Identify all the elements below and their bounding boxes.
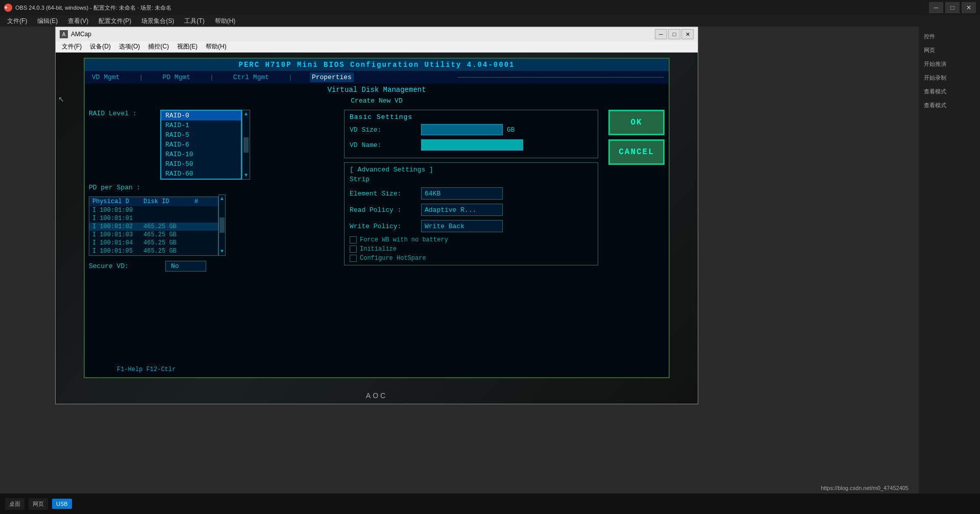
amcap-menu-device[interactable]: 设备(D): [86, 41, 115, 52]
checkbox-force-wb-label: Force WB with no battery: [360, 236, 448, 243]
row3-size: 465.25 GB: [143, 231, 205, 238]
amcap-menu-view[interactable]: 视图(E): [173, 41, 202, 52]
monitor-brand-label: AOC: [84, 391, 670, 400]
obs-minimize-btn[interactable]: ─: [929, 2, 943, 13]
raid-option-10[interactable]: RAID-10: [161, 150, 241, 159]
obs-menu-tools[interactable]: 工具(T): [179, 16, 209, 27]
amcap-minimize-btn[interactable]: ─: [655, 29, 667, 39]
element-size-select[interactable]: 64KB: [421, 187, 503, 200]
read-policy-select[interactable]: Adaptive R...: [421, 204, 503, 216]
amcap-close-btn[interactable]: ✕: [681, 29, 694, 39]
pd-table-wrapper: Physical D Disk ID # I 100:01:00 I 100:: [89, 194, 339, 256]
checkbox-initialize: Initialize: [350, 246, 593, 253]
nav-tab-ctrl-mgmt[interactable]: Ctrl Mgmt: [231, 72, 271, 82]
pd-span-label: PD per Span :: [89, 184, 155, 191]
taskbar-web[interactable]: 网页: [29, 498, 48, 510]
table-row-0[interactable]: I 100:01:00: [89, 206, 218, 214]
secure-vd-dropdown[interactable]: No: [165, 261, 206, 272]
obs-menu-edit[interactable]: 编辑(E): [32, 16, 63, 27]
obs-menu-file[interactable]: 文件(F): [2, 16, 32, 27]
raid-option-1[interactable]: RAID-1: [161, 120, 241, 130]
raid-option-60[interactable]: RAID-60: [161, 169, 241, 179]
obs-close-btn[interactable]: ✕: [962, 2, 976, 13]
element-size-label: Element Size:: [350, 190, 421, 198]
amcap-maximize-btn[interactable]: □: [668, 29, 680, 39]
right-panel-view-mode2[interactable]: 查看模式: [921, 100, 978, 111]
cancel-button[interactable]: CANCEL: [608, 139, 665, 165]
taskbar-desktop[interactable]: 桌面: [5, 498, 24, 510]
element-size-value: 64KB: [425, 190, 440, 198]
amcap-menu-capture[interactable]: 捕控(C): [144, 41, 173, 52]
obs-menu-help[interactable]: 帮助(H): [210, 16, 241, 27]
nav-tab-pd-mgmt[interactable]: PD Mgmt: [160, 72, 192, 82]
table-scroll-thumb: [219, 217, 225, 233]
raid-option-6[interactable]: RAID-6: [161, 140, 241, 150]
basic-settings-title: Basic Settings: [350, 113, 593, 121]
vd-name-input[interactable]: [421, 139, 523, 151]
checkbox-initialize-box[interactable]: [350, 246, 357, 253]
amcap-menu-help[interactable]: 帮助(H): [202, 41, 231, 52]
obs-window-controls: ─ □ ✕: [929, 2, 976, 13]
table-scroll-up: ▲: [219, 195, 225, 203]
vd-mgmt-title: Virtual Disk Management: [85, 84, 669, 96]
vd-name-row: VD Name:: [350, 139, 593, 151]
raid-option-5[interactable]: RAID-5: [161, 130, 241, 140]
right-panel-controls[interactable]: 控件: [921, 31, 978, 42]
checkbox-hotspare-box[interactable]: [350, 255, 357, 262]
table-scrollbar: ▲ ▼: [218, 194, 226, 256]
bottom-url: https://blog.csdn.net/m0_47452405: [821, 485, 909, 491]
raid-option-50[interactable]: RAID-50: [161, 159, 241, 169]
write-policy-select[interactable]: Write Back: [421, 220, 503, 232]
adv-settings-box: [ Advanced Settings ] Strip Element Size…: [344, 162, 598, 265]
table-row-3[interactable]: I 100:01:03 465.25 GB: [89, 231, 218, 239]
right-panel-view-mode1[interactable]: 查看模式: [921, 86, 978, 97]
obs-menu-scenes[interactable]: 场景集合(S): [136, 16, 179, 27]
adv-settings-title: [ Advanced Settings ]: [350, 166, 593, 174]
checkbox-force-wb-box[interactable]: [350, 236, 357, 243]
strip-label: Strip: [350, 176, 421, 183]
right-panel: 控件 网页 开始推演 开始录制 查看模式 查看模式: [919, 27, 980, 514]
raid-dropdown[interactable]: RAID-0 RAID-1 RAID-5 RAID-6 RAID-10 RAID…: [160, 110, 242, 180]
table-row-1[interactable]: I 100:01:01: [89, 214, 218, 223]
pd-table-header: Physical D Disk ID #: [89, 197, 218, 206]
table-row-2[interactable]: I 100:01:02 465.25 GB: [89, 223, 218, 231]
vd-size-row: VD Size: GB: [350, 124, 593, 135]
vd-size-input[interactable]: [421, 124, 503, 135]
main-content: RAID Level : RAID-0 RAID-1 RAID-5 RAID-6…: [85, 106, 669, 363]
obs-maximize-btn[interactable]: □: [945, 2, 960, 13]
nav-tab-divider3: |: [286, 72, 295, 82]
right-panel-start-record[interactable]: 开始录制: [921, 72, 978, 84]
row1-size: [143, 215, 205, 222]
scroll-thumb: [243, 137, 249, 153]
nav-line: ────────────────────────────────────────…: [458, 74, 664, 81]
right-panel-start-preview[interactable]: 开始推演: [921, 58, 978, 70]
mouse-cursor-icon: ↖: [58, 92, 64, 105]
read-policy-value: Adaptive R...: [425, 206, 476, 214]
amcap-icon: A: [60, 30, 68, 38]
nav-tab-properties[interactable]: Properties: [310, 72, 354, 82]
table-row-4[interactable]: I 100:01:04 465.25 GB: [89, 239, 218, 247]
amcap-menu-file[interactable]: 文件(F): [58, 41, 86, 52]
row0-size: [143, 207, 205, 214]
nav-tabs: VD Mgmt | PD Mgmt | Ctrl Mgmt | Properti…: [85, 71, 669, 84]
ok-button[interactable]: OK: [608, 110, 665, 135]
secure-vd-row: Secure VD: No: [89, 261, 339, 272]
checkbox-initialize-label: Initialize: [360, 246, 397, 253]
right-panel-web[interactable]: 网页: [921, 44, 978, 56]
taskbar-usb[interactable]: USB: [52, 499, 72, 509]
row2-size: 465.25 GB: [143, 223, 205, 230]
read-policy-row: Read Policy : Adaptive R...: [350, 204, 593, 216]
table-row-5[interactable]: I 100:01:05 465.25 GB: [89, 247, 218, 255]
scroll-thumb-area: [242, 118, 250, 172]
amcap-menubar: 文件(F) 设备(D) 选项(O) 捕控(C) 视图(E) 帮助(H): [56, 41, 698, 53]
col-disk-id-header: Disk ID: [143, 198, 194, 205]
raid-level-label: RAID Level :: [89, 110, 155, 117]
obs-menu-view[interactable]: 查看(V): [63, 16, 93, 27]
raid-option-0[interactable]: RAID-0: [161, 111, 241, 120]
left-panel: RAID Level : RAID-0 RAID-1 RAID-5 RAID-6…: [89, 110, 339, 359]
table-scroll-down: ▼: [219, 248, 225, 255]
obs-menu-profile[interactable]: 配置文件(P): [93, 16, 136, 27]
amcap-menu-options[interactable]: 选项(O): [115, 41, 144, 52]
nav-tab-vd-mgmt[interactable]: VD Mgmt: [90, 72, 122, 82]
pd-table: Physical D Disk ID # I 100:01:00 I 100:: [89, 197, 218, 256]
